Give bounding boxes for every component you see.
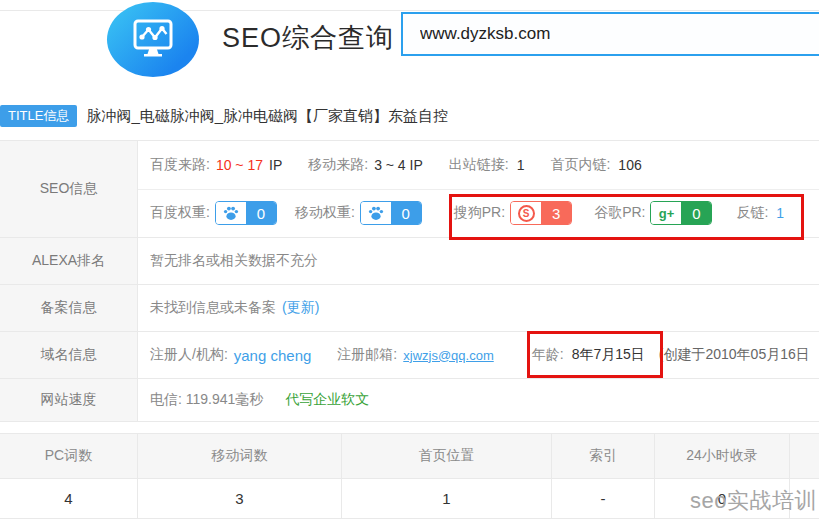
baidu-weight-badge[interactable]: 0: [215, 201, 277, 225]
stats-value-mobile-words: 3: [138, 479, 342, 518]
table-row-seo-info: SEO信息 百度来路: 10 ~ 17 IP 移动来路: 3 ~ 4 IP 出站…: [0, 141, 819, 238]
app-logo: [107, 2, 199, 77]
inlink-value: 106: [618, 157, 641, 173]
page-title: SEO综合查询: [222, 20, 394, 56]
outlink-value: 1: [517, 157, 525, 173]
stats-value-index: -: [552, 479, 655, 518]
alexa-status-text: 暂无排名或相关数据不充分: [150, 252, 318, 270]
inlink-label: 首页内链:: [550, 156, 610, 174]
mobile-weight-group: 移动权重: 0: [295, 201, 422, 225]
google-pr-label: 谷歌PR:: [594, 204, 645, 222]
stats-value-home-position: 1: [342, 479, 552, 518]
domain-age-label: 年龄:: [532, 346, 564, 364]
title-info-row: TITLE信息 脉冲阀_电磁脉冲阀_脉冲电磁阀【厂家直销】东益自控: [0, 105, 448, 127]
stats-header-extra: [790, 434, 819, 478]
google-plus-icon: g+: [651, 202, 681, 224]
baidu-traffic-unit: IP: [269, 157, 282, 173]
mobile-weight-value: 0: [391, 202, 421, 224]
google-pr-group: 谷歌PR: g+ 0: [594, 201, 712, 225]
email-label: 注册邮箱:: [337, 346, 397, 364]
site-title-text: 脉冲阀_电磁脉冲阀_脉冲电磁阀【厂家直销】东益自控: [86, 107, 448, 126]
telecom-speed-text: 电信: 119.941毫秒: [150, 391, 263, 409]
mobile-traffic-value: 3 ~ 4 IP: [374, 157, 423, 173]
baidu-weight-value: 0: [246, 202, 276, 224]
title-info-badge: TITLE信息: [0, 105, 77, 127]
ad-article-link[interactable]: 代写企业软文: [285, 391, 369, 409]
google-pr-value: 0: [681, 202, 711, 224]
seo-info-table: SEO信息 百度来路: 10 ~ 17 IP 移动来路: 3 ~ 4 IP 出站…: [0, 140, 819, 422]
table-row-alexa: ALEXA排名 暂无排名或相关数据不充分: [0, 238, 819, 285]
baidu-mobile-paw-icon: [361, 202, 391, 224]
stats-header-pc-words: PC词数: [0, 434, 138, 478]
stats-header-index: 索引: [552, 434, 655, 478]
table-row-speed: 网站速度 电信: 119.941毫秒 代写企业软文: [0, 379, 819, 422]
baidu-weight-label: 百度权重:: [150, 204, 210, 222]
sogou-icon: S: [511, 202, 541, 224]
row-label-icp: 备案信息: [0, 285, 138, 331]
row-label-speed: 网站速度: [0, 379, 138, 421]
backlink-group: 反链: 1: [736, 204, 784, 222]
icp-update-link[interactable]: (更新): [282, 299, 319, 317]
registrant-email-link[interactable]: xjwzjs@qq.com: [403, 348, 494, 363]
backlink-label: 反链:: [736, 204, 768, 222]
mobile-traffic-label: 移动来路:: [308, 156, 368, 174]
domain-age-value: 8年7月15日: [572, 346, 645, 364]
mobile-weight-badge[interactable]: 0: [360, 201, 422, 225]
url-query-input[interactable]: [401, 12, 819, 56]
registrant-label: 注册人/机构:: [150, 346, 228, 364]
baidu-traffic-value: 10 ~ 17: [216, 157, 263, 173]
sogou-pr-label: 搜狗PR:: [454, 204, 505, 222]
weights-row: 百度权重: 0: [138, 189, 819, 238]
stats-value-pc-words: 4: [0, 479, 138, 518]
domain-created-text: (创建于2010年05月16日: [659, 346, 810, 364]
stats-header-mobile-words: 移动词数: [138, 434, 342, 478]
page: SEO综合查询 TITLE信息 脉冲阀_电磁脉冲阀_脉冲电磁阀【厂家直销】东益自…: [0, 0, 819, 522]
monitor-chart-icon: [129, 14, 177, 66]
baidu-weight-group: 百度权重: 0: [150, 201, 277, 225]
sogou-pr-value: 3: [541, 202, 571, 224]
stats-header-home-position: 首页位置: [342, 434, 552, 478]
row-label-seo: SEO信息: [0, 141, 138, 237]
baidu-paw-icon: [216, 202, 246, 224]
google-pr-badge[interactable]: g+ 0: [650, 201, 712, 225]
table-row-domain: 域名信息 注册人/机构: yang cheng 注册邮箱: xjwzjs@qq.…: [0, 332, 819, 379]
row-label-alexa: ALEXA排名: [0, 238, 138, 284]
sogou-pr-group: 搜狗PR: S 3: [454, 201, 572, 225]
backlink-value[interactable]: 1: [776, 205, 784, 221]
stats-header-24h-collect: 24小时收录: [655, 434, 790, 478]
traffic-row: 百度来路: 10 ~ 17 IP 移动来路: 3 ~ 4 IP 出站链接: 1 …: [138, 141, 819, 189]
mobile-weight-label: 移动权重:: [295, 204, 355, 222]
watermark-text: seo实战培训: [690, 486, 817, 516]
table-row-icp: 备案信息 未找到信息或未备案 (更新): [0, 285, 819, 332]
row-label-domain: 域名信息: [0, 332, 138, 378]
baidu-traffic-label: 百度来路:: [150, 156, 210, 174]
outlink-label: 出站链接:: [449, 156, 509, 174]
registrant-link[interactable]: yang cheng: [234, 347, 312, 364]
icp-status-text: 未找到信息或未备案: [150, 299, 276, 317]
sogou-pr-badge[interactable]: S 3: [510, 201, 572, 225]
stats-header-row: PC词数 移动词数 首页位置 索引 24小时收录: [0, 434, 819, 479]
